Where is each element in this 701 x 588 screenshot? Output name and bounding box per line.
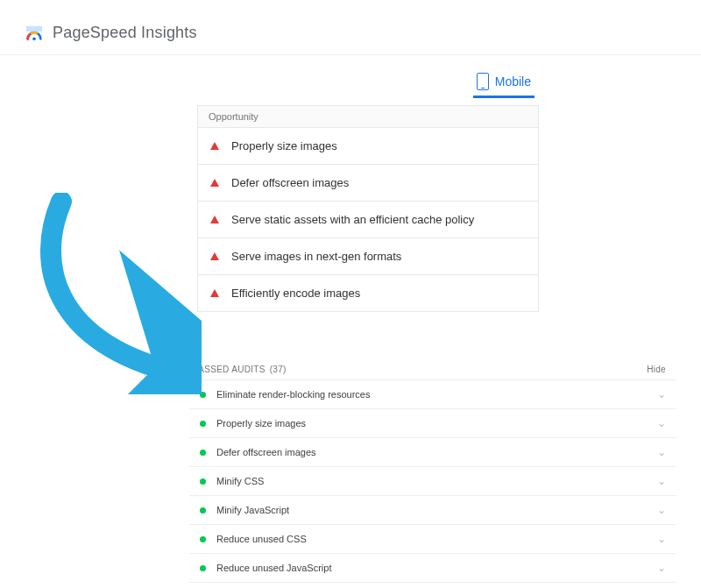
arrow-annotation-icon bbox=[26, 193, 202, 394]
opportunity-item[interactable]: Serve images in next-gen formats bbox=[197, 237, 539, 274]
pass-dot-icon bbox=[200, 450, 206, 456]
pass-dot-icon bbox=[200, 507, 206, 514]
warning-triangle-icon bbox=[210, 179, 219, 187]
chevron-down-icon: ⌄ bbox=[657, 388, 666, 400]
app-header: PageSpeed Insights bbox=[0, 0, 701, 55]
opportunity-section-label: Opportunity bbox=[197, 105, 539, 127]
chevron-down-icon: ⌄ bbox=[657, 446, 666, 458]
warning-triangle-icon bbox=[210, 289, 219, 297]
pass-dot-icon bbox=[200, 565, 206, 571]
audit-item-label: Defer offscreen images bbox=[216, 447, 316, 457]
audit-item[interactable]: Eliminate render-blocking resources ⌄ bbox=[189, 380, 676, 409]
audit-item-label: Properly size images bbox=[216, 418, 306, 429]
passed-audits-section: PASSED AUDITS (37) Hide Eliminate render… bbox=[189, 359, 676, 588]
audit-item-label: Minify JavaScript bbox=[216, 505, 289, 515]
warning-triangle-icon bbox=[210, 216, 219, 223]
passed-audits-header: PASSED AUDITS (37) Hide bbox=[189, 359, 676, 380]
audit-item[interactable]: Reduce unused JavaScript ⌄ bbox=[189, 554, 676, 583]
warning-triangle-icon bbox=[210, 142, 219, 150]
pass-dot-icon bbox=[200, 478, 206, 485]
opportunity-item-label: Serve static assets with an efficient ca… bbox=[231, 213, 474, 226]
opportunity-item[interactable]: Defer offscreen images bbox=[197, 164, 539, 201]
tab-mobile-label: Mobile bbox=[495, 74, 531, 89]
pass-dot-icon bbox=[200, 421, 206, 427]
opportunity-item[interactable]: Properly size images bbox=[197, 127, 539, 164]
audit-item-label: Reduce unused JavaScript bbox=[216, 563, 331, 573]
app-title: PageSpeed Insights bbox=[53, 24, 197, 42]
audit-item-label: Minify CSS bbox=[216, 476, 264, 486]
tab-mobile[interactable]: Mobile bbox=[473, 67, 535, 98]
audit-item[interactable]: Minify JavaScript ⌄ bbox=[189, 496, 676, 525]
audit-item[interactable]: Defer offscreen images ⌄ bbox=[189, 438, 676, 467]
opportunity-item[interactable]: Serve static assets with an efficient ca… bbox=[197, 201, 539, 237]
audit-item[interactable]: Reduce unused CSS ⌄ bbox=[189, 525, 676, 554]
pagespeed-logo-icon bbox=[25, 23, 44, 42]
svg-rect-0 bbox=[26, 26, 42, 32]
audit-item-label: Reduce unused CSS bbox=[216, 534, 307, 544]
svg-point-1 bbox=[32, 38, 36, 41]
opportunity-section: Opportunity Properly size images Defer o… bbox=[197, 105, 539, 312]
passed-audits-label: PASSED AUDITS bbox=[193, 365, 266, 374]
warning-triangle-icon bbox=[210, 252, 219, 260]
opportunity-item-label: Defer offscreen images bbox=[231, 176, 349, 189]
opportunity-item-label: Serve images in next-gen formats bbox=[231, 250, 401, 263]
audit-item[interactable]: Minify CSS ⌄ bbox=[189, 467, 676, 496]
chevron-down-icon: ⌄ bbox=[657, 562, 666, 574]
passed-audits-count: (37) bbox=[270, 365, 287, 374]
pass-dot-icon bbox=[200, 392, 206, 398]
chevron-down-icon: ⌄ bbox=[657, 504, 666, 516]
pass-dot-icon bbox=[200, 536, 206, 542]
opportunity-item[interactable]: Efficiently encode images bbox=[197, 274, 539, 312]
chevron-down-icon: ⌄ bbox=[657, 417, 666, 429]
hide-button[interactable]: Hide bbox=[647, 365, 666, 374]
chevron-down-icon: ⌄ bbox=[657, 533, 666, 545]
chevron-down-icon: ⌄ bbox=[657, 475, 666, 487]
device-tabbar: Mobile bbox=[0, 67, 701, 98]
audit-item-label: Eliminate render-blocking resources bbox=[216, 389, 370, 400]
opportunity-item-label: Properly size images bbox=[231, 139, 337, 152]
opportunity-item-label: Efficiently encode images bbox=[231, 287, 360, 300]
audit-item[interactable]: Efficiently encode images ⌄ bbox=[189, 583, 676, 588]
audit-item[interactable]: Properly size images ⌄ bbox=[189, 409, 676, 438]
phone-icon bbox=[477, 73, 489, 90]
